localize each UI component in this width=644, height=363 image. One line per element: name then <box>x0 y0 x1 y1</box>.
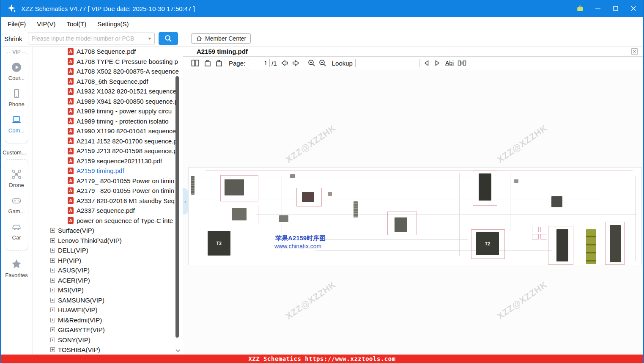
folder-item[interactable]: ASUS(VIP) <box>33 265 183 275</box>
pdf-toolbar: Page: /1 Lookup <box>183 57 643 69</box>
file-item[interactable]: power on sequence of Type-C inte <box>33 216 183 226</box>
folder-item[interactable]: GIGABYTE(VIP) <box>33 325 183 335</box>
zoom-out-icon[interactable] <box>318 59 327 67</box>
play-circle-icon <box>11 62 22 73</box>
tab-bar: A2159 timing.pdf <box>183 47 643 57</box>
folder-item[interactable]: HUAWEI(VIP) <box>33 305 183 315</box>
game-label: Gam... <box>8 208 25 214</box>
file-item[interactable]: A2179_ 820-01055 Power on timin <box>33 176 183 186</box>
expand-plus-icon[interactable] <box>50 327 55 332</box>
shrink-button[interactable]: Shrink <box>4 35 22 42</box>
file-item-selected[interactable]: A2159 timing.pdf <box>33 166 183 176</box>
expand-plus-icon[interactable] <box>50 278 55 283</box>
folder-item[interactable]: Lenovo ThinkPad(VIP) <box>33 236 183 246</box>
folder-item[interactable]: MI&Redmi(VIP) <box>33 315 183 325</box>
page-number-input[interactable] <box>248 59 270 67</box>
file-item[interactable]: A1708 TYPE-C Pressure boosting p <box>33 57 183 67</box>
file-item[interactable]: A1989 timing - protection isolatio <box>33 116 183 126</box>
folder-item[interactable]: DELL(VIP) <box>33 245 183 256</box>
file-item[interactable]: A2337 sequence.pdf <box>33 206 183 216</box>
chevron-down-icon[interactable] <box>145 38 154 40</box>
star-icon <box>11 258 22 270</box>
collapse-panel-handle[interactable]: ‹ <box>183 188 188 214</box>
expand-plus-icon[interactable] <box>50 238 55 243</box>
expand-plus-icon[interactable] <box>50 308 55 312</box>
folder-item[interactable]: HP(VIP) <box>33 256 183 266</box>
search-button[interactable] <box>159 32 178 45</box>
file-item[interactable]: A2179_ 820-01055 Power on timin <box>33 186 183 196</box>
pdf-file-icon <box>68 88 74 95</box>
previous-page-icon[interactable] <box>280 59 289 67</box>
highlight-text-tool[interactable]: Abi <box>445 60 454 66</box>
file-item[interactable]: A1708 X502 820-00875-A sequence <box>33 66 183 77</box>
two-page-view-icon[interactable] <box>191 59 200 67</box>
expand-plus-icon[interactable] <box>50 268 55 272</box>
file-item[interactable]: A2141 J152 820-01700 sequence.p <box>33 136 183 146</box>
close-tab-icon[interactable] <box>631 48 638 57</box>
schematic-chip <box>302 192 314 202</box>
previous-result-icon[interactable] <box>423 60 430 66</box>
watermark: XZZ@XZZHK <box>495 123 549 165</box>
expand-plus-icon[interactable] <box>50 347 55 352</box>
sidebar-item-game[interactable]: Gam... <box>5 195 28 214</box>
next-result-icon[interactable] <box>434 60 441 66</box>
main-area: VIP Cour... Phone <box>1 47 643 355</box>
binoculars-search-icon[interactable] <box>458 60 466 66</box>
expand-plus-icon[interactable] <box>50 248 55 253</box>
sidebar-item-favorites[interactable]: Favorites <box>1 258 32 278</box>
sidebar-item-phone[interactable]: Phone <box>5 88 28 107</box>
member-center-button[interactable]: Member Center <box>191 33 251 44</box>
schematic-line <box>248 188 552 188</box>
sidebar-item-courses[interactable]: Cour... <box>5 62 28 81</box>
folder-item[interactable]: ACER(VIP) <box>33 275 183 286</box>
file-item[interactable]: A2159 sequence20211130.pdf <box>33 156 183 166</box>
expand-plus-icon[interactable] <box>50 318 55 322</box>
app-window: XZZ Schematics V4.77 [ VIP Due date: 202… <box>0 0 644 363</box>
expand-plus-icon[interactable] <box>50 338 55 342</box>
sidebar-item-car[interactable]: Car <box>5 221 28 241</box>
folder-name: HP(VIP) <box>58 257 81 264</box>
file-item[interactable]: A2337 820-02016 M1 standby Seq <box>33 196 183 206</box>
search-input[interactable] <box>28 35 145 42</box>
expand-plus-icon[interactable] <box>50 228 55 233</box>
menu-vip[interactable]: VIP(V) <box>37 20 55 28</box>
folder-item[interactable]: TOSHIBA(VIP) <box>33 345 183 355</box>
sidebar-item-computer[interactable]: Com... <box>5 114 28 134</box>
file-item[interactable]: A1990 X1190 820-01041 sequence. <box>33 126 183 136</box>
chip-label: T2 <box>485 242 491 246</box>
file-item[interactable]: A1708_6th Sequence.pdf <box>33 77 183 87</box>
zoom-in-icon[interactable] <box>307 59 316 67</box>
rotate-right-icon[interactable] <box>215 59 223 67</box>
folder-item[interactable]: MSI(VIP) <box>33 285 183 295</box>
maximize-button[interactable] <box>612 5 619 12</box>
lookup-input[interactable] <box>355 59 419 67</box>
file-name: A1708_6th Sequence.pdf <box>77 78 148 85</box>
next-page-icon[interactable] <box>292 59 300 67</box>
menu-settings[interactable]: Settings(S) <box>97 20 129 28</box>
schematic-line <box>635 176 636 261</box>
folder-item[interactable]: SONY(VIP) <box>33 335 183 345</box>
folder-item[interactable]: SAMSUNG(VIP) <box>33 295 183 305</box>
file-item[interactable]: A1932 X1032 820-01521 sequence. <box>33 86 183 96</box>
rotate-left-icon[interactable] <box>204 59 212 67</box>
file-item[interactable]: A2159 J213 820-01598 sequence.p <box>33 146 183 156</box>
menubar: File(F) VIP(V) Tool(T) Settings(S) <box>1 17 643 31</box>
expand-plus-icon[interactable] <box>50 258 55 263</box>
sidebar-item-drone[interactable]: Drone <box>5 169 28 188</box>
menu-tool[interactable]: Tool(T) <box>67 20 87 28</box>
minimize-button[interactable] <box>594 5 602 12</box>
file-item[interactable]: A1989 timing - power supply circu <box>33 106 183 116</box>
close-button[interactable] <box>630 5 637 12</box>
folder-item[interactable]: Surface(VIP) <box>33 226 183 236</box>
schematic-chip <box>479 173 491 201</box>
expand-plus-icon[interactable] <box>50 288 55 292</box>
tab-a2159-timing[interactable]: A2159 timing.pdf <box>183 47 267 56</box>
menu-file[interactable]: File(F) <box>8 20 26 28</box>
file-item[interactable]: A1989 X941 820-00850 sequence.p <box>33 96 183 107</box>
pdf-file-icon <box>68 68 74 75</box>
tree-scrollbar[interactable] <box>175 76 179 338</box>
file-item[interactable]: A1708 Sequence.pdf <box>33 47 183 57</box>
scroll-down-chevron-icon[interactable] <box>175 346 181 354</box>
expand-plus-icon[interactable] <box>50 298 55 302</box>
vip-briefcase-icon[interactable] <box>576 5 584 12</box>
